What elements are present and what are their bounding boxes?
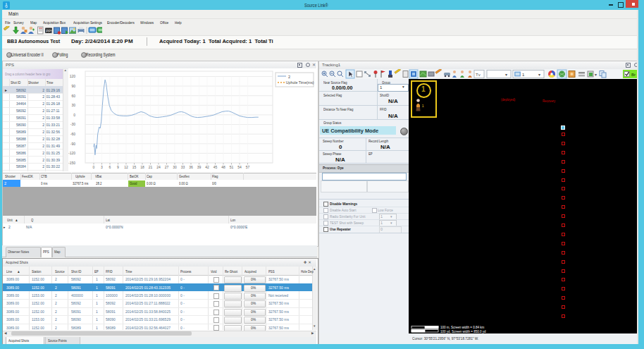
svg-text:21: 21 bbox=[149, 165, 153, 169]
svg-text:42: 42 bbox=[205, 165, 209, 169]
svg-text:0: 0 bbox=[73, 113, 75, 117]
svg-text:▾: ▾ bbox=[538, 73, 540, 77]
svg-text:57: 57 bbox=[246, 165, 250, 169]
svg-text:24: 24 bbox=[156, 165, 161, 169]
svg-text:36: 36 bbox=[189, 165, 193, 169]
svg-text:54: 54 bbox=[237, 165, 242, 169]
svg-text:Br: Br bbox=[631, 73, 636, 77]
svg-text:12: 12 bbox=[124, 165, 128, 169]
svg-text:3: 3 bbox=[101, 165, 103, 169]
svg-text:18: 18 bbox=[140, 165, 144, 169]
svg-text:▾: ▾ bbox=[595, 73, 597, 77]
svg-text:48: 48 bbox=[221, 165, 225, 169]
svg-text:9: 9 bbox=[117, 165, 119, 169]
svg-text:Tv: Tv bbox=[476, 73, 481, 77]
svg-text:51: 51 bbox=[230, 165, 234, 169]
svg-text:-90: -90 bbox=[70, 142, 75, 146]
svg-text:100 m, Screen width = 0.84 km: 100 m, Screen width = 0.84 km bbox=[440, 326, 484, 329]
svg-text:15: 15 bbox=[132, 165, 137, 169]
svg-text:45: 45 bbox=[213, 165, 218, 169]
svg-text:PPS: PPS bbox=[46, 29, 54, 33]
svg-text:Uphole Time(ms): Uphole Time(ms) bbox=[286, 80, 314, 85]
svg-text:90: 90 bbox=[71, 84, 75, 88]
svg-text:30: 30 bbox=[173, 165, 177, 169]
svg-text:30: 30 bbox=[71, 103, 75, 107]
svg-text:6: 6 bbox=[109, 165, 111, 169]
svg-text:33: 33 bbox=[181, 165, 185, 169]
svg-text:2: 2 bbox=[288, 75, 290, 79]
svg-text:-120: -120 bbox=[68, 151, 75, 155]
svg-text:100 yd, Screen width = 850.0 y: 100 yd, Screen width = 850.0 yd bbox=[440, 330, 486, 333]
svg-text:27: 27 bbox=[165, 165, 169, 169]
svg-text:0: 0 bbox=[93, 165, 95, 169]
svg-text:1: 1 bbox=[422, 104, 425, 108]
svg-text:-60: -60 bbox=[70, 132, 75, 136]
svg-text:-30: -30 bbox=[70, 122, 75, 126]
svg-text:120: 120 bbox=[70, 74, 76, 78]
svg-text:▾: ▾ bbox=[505, 73, 507, 77]
svg-text:60: 60 bbox=[71, 94, 75, 98]
svg-text:-150: -150 bbox=[68, 161, 75, 165]
svg-text:39: 39 bbox=[197, 165, 202, 169]
